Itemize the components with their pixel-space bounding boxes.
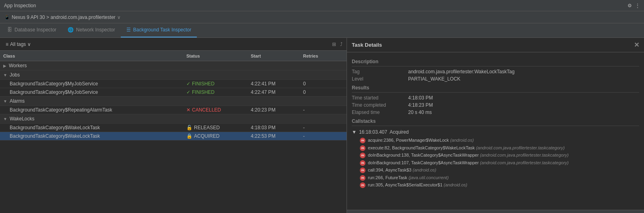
- task-details-header: Task Details ✕: [347, 38, 644, 52]
- table-body: ▶ Workers ▼ Jobs BackgroundTaskCategory$…: [0, 61, 347, 213]
- row-start: 4:18:03 PM: [251, 125, 303, 130]
- row-start: 4:22:53 PM: [251, 133, 303, 139]
- all-tags-label: All tags: [10, 41, 26, 47]
- device-text: Nexus 9 API 30 > android.com.java.profil…: [12, 14, 116, 20]
- close-button[interactable]: ✕: [634, 41, 639, 49]
- method-icon: m: [360, 145, 365, 151]
- jobs-arrow: ▼: [3, 73, 7, 77]
- col-status: Status: [186, 54, 251, 58]
- callstack-method: call:394, AsyncTask$3 (android.os): [368, 167, 436, 174]
- row-status: 🔒 ACQUIRED: [186, 133, 251, 139]
- callstack-item: m run:266, FutureTask (java.util.concurr…: [352, 174, 639, 182]
- tag-row: Tag android.com.java.profilertester:Wake…: [352, 69, 639, 74]
- table-row[interactable]: BackgroundTaskCategory$WakeLockTask 🔓 RE…: [0, 124, 347, 132]
- method-icon: m: [360, 168, 365, 173]
- group-alarms[interactable]: ▼ Alarms: [0, 97, 347, 106]
- callstack-item: m execute:82, BackgroundTaskCategory$Wak…: [352, 144, 639, 152]
- checkmark-icon: ✓: [186, 89, 190, 95]
- alarms-arrow: ▼: [3, 99, 7, 103]
- table-header: Class Status Start Retries: [0, 51, 347, 61]
- network-icon: 🌐: [68, 27, 74, 33]
- row-status: ✕ CANCELLED: [186, 107, 251, 113]
- level-value: PARTIAL_WAKE_LOCK: [408, 76, 639, 82]
- checkmark-icon: ✓: [186, 81, 190, 87]
- time-started-value: 4:18:03 PM: [408, 95, 639, 101]
- all-tags-button[interactable]: ≡ All tags ∨: [3, 41, 33, 48]
- col-start: Start: [251, 54, 303, 58]
- callstack-method: doInBackground:107, TaskCategory$AsyncTa…: [368, 159, 569, 166]
- main-content: ≡ All tags ∨ ⊞ ⤴ Class Status Start Retr…: [0, 38, 644, 213]
- x-icon: ✕: [186, 107, 190, 113]
- col-retries: Retries: [303, 54, 343, 58]
- group-workers[interactable]: ▶ Workers: [0, 61, 347, 70]
- table-row[interactable]: BackgroundTaskCategory$RepeatingAlarmTas…: [0, 106, 347, 114]
- tab-database-inspector[interactable]: 🗄 Database Inspector: [2, 23, 62, 37]
- left-panel: ≡ All tags ∨ ⊞ ⤴ Class Status Start Retr…: [0, 38, 347, 213]
- callstack-item: m call:394, AsyncTask$3 (android.os): [352, 166, 639, 174]
- table-row[interactable]: BackgroundTaskCategory$WakeLockTask 🔒 AC…: [0, 132, 347, 141]
- callstack-action: Acquired: [390, 129, 409, 135]
- settings-icon[interactable]: ⚙: [627, 3, 632, 8]
- tag-value: android.com.java.profilertester:WakeLock…: [408, 69, 639, 74]
- method-icon: m: [360, 182, 365, 188]
- callstack-group-header[interactable]: ▼ 16:18:03.407 Acquired: [352, 129, 639, 135]
- wakelocks-arrow: ▼: [3, 117, 7, 121]
- callstack-method: run:305, AsyncTask$SerialExecutor$1 (and…: [368, 182, 467, 188]
- grid-icon[interactable]: ⊞: [331, 41, 337, 48]
- callstack-group: ▼ 16:18:03.407 Acquired m acquire:2386, …: [352, 129, 639, 189]
- row-start: 4:20:23 PM: [251, 107, 303, 113]
- chevron-down-icon[interactable]: ∨: [117, 14, 121, 20]
- table-row[interactable]: BackgroundTaskCategory$MyJobService ✓ FI…: [0, 88, 347, 97]
- tab-bar: 🗄 Database Inspector 🌐 Network Inspector…: [0, 23, 644, 38]
- col-class: Class: [3, 54, 186, 58]
- elapsed-time-label: Elapsed time: [352, 110, 408, 115]
- background-task-icon: ☰: [126, 27, 131, 33]
- group-jobs[interactable]: ▼ Jobs: [0, 70, 347, 80]
- callstack-method: execute:82, BackgroundTaskCategory$WakeL…: [368, 145, 565, 151]
- tab-background-task-inspector[interactable]: ☰ Background Task Inspector: [121, 23, 197, 37]
- details-content: Description Tag android.com.java.profile…: [347, 52, 644, 210]
- row-start: 4:22:41 PM: [251, 81, 303, 87]
- callstack-method: doInBackground:138, TaskCategory$AsyncTa…: [368, 152, 569, 159]
- lock-open-icon: 🔓: [186, 125, 192, 130]
- right-panel: Task Details ✕ Description Tag android.c…: [347, 38, 644, 213]
- lock-icon: 🔒: [186, 133, 192, 139]
- time-completed-row: Time completed 4:18:23 PM: [352, 102, 639, 108]
- tab-network-inspector[interactable]: 🌐 Network Inspector: [62, 23, 121, 37]
- callstack-item: m doInBackground:138, TaskCategory$Async…: [352, 151, 639, 159]
- description-section-title: Description: [352, 59, 639, 66]
- workers-label: Workers: [9, 63, 27, 68]
- workers-arrow: ▶: [3, 64, 6, 68]
- time-started-label: Time started: [352, 95, 408, 101]
- row-status: 🔓 RELEASED: [186, 125, 251, 130]
- method-icon: m: [360, 175, 365, 181]
- alarms-label: Alarms: [10, 98, 25, 104]
- callstack-section: ▼ 16:18:03.407 Acquired m acquire:2386, …: [352, 129, 639, 189]
- time-started-row: Time started 4:18:03 PM: [352, 95, 639, 101]
- group-wakelocks[interactable]: ▼ WakeLocks: [0, 114, 347, 124]
- level-row: Level PARTIAL_WAKE_LOCK: [352, 76, 639, 82]
- callstack-expand-icon: ▼: [352, 129, 357, 135]
- row-retries: 0: [303, 89, 343, 95]
- row-class: BackgroundTaskCategory$MyJobService: [10, 81, 186, 87]
- time-completed-label: Time completed: [352, 102, 408, 108]
- toolbar: ≡ All tags ∨ ⊞ ⤴: [0, 38, 347, 51]
- callstack-method: run:266, FutureTask (java.util.concurren…: [368, 174, 449, 181]
- tag-label: Tag: [352, 69, 408, 74]
- scrollbar[interactable]: [347, 210, 644, 213]
- row-class: BackgroundTaskCategory$RepeatingAlarmTas…: [10, 107, 186, 113]
- menu-icon[interactable]: ⋮: [635, 3, 640, 8]
- method-icon: m: [360, 160, 365, 166]
- level-label: Level: [352, 76, 408, 82]
- share-icon[interactable]: ⤴: [339, 41, 343, 48]
- row-retries: -: [303, 133, 343, 139]
- wakelocks-label: WakeLocks: [10, 116, 35, 122]
- row-status: ✓ FINISHED: [186, 89, 251, 95]
- callstack-time: 16:18:03.407: [359, 129, 387, 135]
- jobs-label: Jobs: [10, 72, 20, 78]
- row-retries: -: [303, 107, 343, 113]
- method-icon: m: [360, 153, 365, 158]
- row-class: BackgroundTaskCategory$WakeLockTask: [10, 125, 186, 130]
- table-row[interactable]: BackgroundTaskCategory$MyJobService ✓ FI…: [0, 80, 347, 88]
- time-completed-value: 4:18:23 PM: [408, 102, 639, 108]
